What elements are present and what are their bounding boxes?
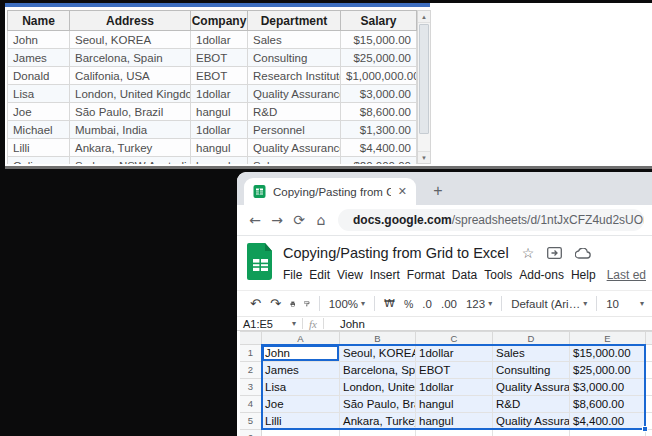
- cell-f2[interactable]: [646, 362, 652, 379]
- star-icon[interactable]: ☆: [522, 246, 535, 260]
- cell-c5[interactable]: hangul: [416, 413, 493, 430]
- back-icon[interactable]: ←: [245, 212, 265, 228]
- browser-tab[interactable]: Copying/Pasting from Grid to Excel ✕: [244, 178, 416, 205]
- cell-b2[interactable]: Barcelona, Spain: [340, 362, 416, 379]
- row-header-3[interactable]: 3: [240, 379, 262, 396]
- column-header-c[interactable]: C: [416, 331, 493, 345]
- paint-format-icon[interactable]: [304, 298, 309, 310]
- grid-col-header-department[interactable]: Department: [248, 11, 341, 31]
- percent-format-button[interactable]: %: [404, 298, 413, 310]
- cell-e3[interactable]: $3,000.00: [570, 379, 646, 396]
- move-to-folder-icon[interactable]: [547, 247, 562, 259]
- column-header-f[interactable]: [646, 331, 652, 345]
- select-all-corner[interactable]: [240, 331, 262, 345]
- more-formats-button[interactable]: 123▾: [466, 298, 492, 310]
- row-header-1[interactable]: 1: [240, 345, 262, 362]
- row-header-4[interactable]: 4: [240, 396, 262, 413]
- scroll-up-icon[interactable]: ▲: [418, 11, 430, 23]
- table-row[interactable]: Michael Mumbai, India 1dollar Personnel …: [8, 121, 417, 139]
- menu-tools[interactable]: Tools: [484, 268, 512, 282]
- font-family-select[interactable]: Default (Ari…▾: [511, 298, 587, 310]
- cell-b5[interactable]: Ankara, Turkey: [340, 413, 416, 430]
- cell-f6[interactable]: [646, 430, 652, 436]
- cell-b6[interactable]: [340, 430, 416, 436]
- cell-c6[interactable]: [416, 430, 493, 436]
- cell-d6[interactable]: [493, 430, 570, 436]
- cell-c4[interactable]: hangul: [416, 396, 493, 413]
- table-row[interactable]: Donald Califonia, USA EBOT Research Inst…: [8, 67, 417, 85]
- menu-add-ons[interactable]: Add-ons: [519, 268, 564, 282]
- cell-a1[interactable]: John: [262, 345, 340, 362]
- scroll-down-icon[interactable]: ▼: [418, 151, 430, 163]
- cell-d4[interactable]: R&D: [493, 396, 570, 413]
- grid-col-header-company[interactable]: Company: [191, 11, 248, 31]
- reload-icon[interactable]: ⟳: [289, 212, 309, 228]
- cell-c2[interactable]: EBOT: [416, 362, 493, 379]
- cell-b1[interactable]: Seoul, KOREA: [340, 345, 416, 362]
- name-box[interactable]: A1:E5: [237, 318, 289, 330]
- grid-col-header-salary[interactable]: Salary: [341, 11, 417, 31]
- increase-decimal-button[interactable]: .00: [441, 298, 457, 310]
- chevron-down-icon[interactable]: ▾: [292, 319, 296, 328]
- table-row[interactable]: Lisa London, United Kingdom 1dollar Qual…: [8, 85, 417, 103]
- cell-b3[interactable]: London, United Kingdom: [340, 379, 416, 396]
- menu-file[interactable]: File: [283, 268, 302, 282]
- cell-f1[interactable]: [646, 345, 652, 362]
- cloud-status-icon[interactable]: [575, 248, 591, 259]
- cell-d1[interactable]: Sales: [493, 345, 570, 362]
- print-icon[interactable]: [290, 298, 296, 310]
- tab-close-icon[interactable]: ✕: [398, 185, 407, 198]
- table-row[interactable]: Lilli Ankara, Turkey hangul Quality Assu…: [8, 139, 417, 157]
- cell-a4[interactable]: Joe: [262, 396, 340, 413]
- cell-d2[interactable]: Consulting: [493, 362, 570, 379]
- menu-format[interactable]: Format: [407, 268, 445, 282]
- column-header-a[interactable]: A: [262, 331, 340, 345]
- cell-e2[interactable]: $25,000.00: [570, 362, 646, 379]
- menu-edit[interactable]: Edit: [309, 268, 330, 282]
- grid-col-header-name[interactable]: Name: [8, 11, 70, 31]
- cell-a3[interactable]: Lisa: [262, 379, 340, 396]
- cell-a5[interactable]: Lilli: [262, 413, 340, 430]
- address-bar[interactable]: docs.google.com/spreadsheets/d/1ntJxCFZ4…: [338, 209, 644, 231]
- menu-help[interactable]: Help: [571, 268, 596, 282]
- font-size-select[interactable]: 10: [606, 298, 619, 310]
- cell-f3[interactable]: [646, 379, 652, 396]
- column-header-d[interactable]: D: [493, 331, 570, 345]
- cell-c3[interactable]: 1dollar: [416, 379, 493, 396]
- menu-data[interactable]: Data: [452, 268, 477, 282]
- column-header-e[interactable]: E: [570, 331, 646, 345]
- new-tab-icon[interactable]: +: [429, 182, 447, 200]
- chevron-down-icon[interactable]: ▾: [640, 299, 644, 308]
- cell-f5[interactable]: [646, 413, 652, 430]
- grid-col-header-address[interactable]: Address: [70, 11, 191, 31]
- currency-format-button[interactable]: ₩: [384, 297, 395, 310]
- cell-b4[interactable]: São Paulo, Brazil: [340, 396, 416, 413]
- cell-c1[interactable]: 1dollar: [416, 345, 493, 362]
- undo-icon[interactable]: ↶: [250, 296, 261, 311]
- menu-insert[interactable]: Insert: [370, 268, 400, 282]
- row-header-2[interactable]: 2: [240, 362, 262, 379]
- cell-f4[interactable]: [646, 396, 652, 413]
- cell-d3[interactable]: Quality Assurance: [493, 379, 570, 396]
- cell-e5[interactable]: $4,400.00: [570, 413, 646, 430]
- scrollbar-thumb[interactable]: [419, 24, 429, 134]
- zoom-select[interactable]: 100%▾: [329, 298, 365, 310]
- cell-e6[interactable]: [570, 430, 646, 436]
- last-edit-link[interactable]: Last ed: [607, 268, 646, 282]
- menu-view[interactable]: View: [337, 268, 363, 282]
- cell-e4[interactable]: $8,600.00: [570, 396, 646, 413]
- column-header-b[interactable]: B: [340, 331, 416, 345]
- forward-icon[interactable]: →: [267, 212, 287, 228]
- cell-d5[interactable]: Quality Assurance: [493, 413, 570, 430]
- cell-e1[interactable]: $15,000.00: [570, 345, 646, 362]
- row-header-6[interactable]: 6: [240, 430, 262, 436]
- decrease-decimal-button[interactable]: .0: [422, 298, 432, 310]
- row-header-5[interactable]: 5: [240, 413, 262, 430]
- formula-input[interactable]: John: [340, 318, 365, 330]
- table-row-clipped[interactable]: Celine Sydney, NSW Australia hangul Sale…: [8, 157, 417, 165]
- table-row[interactable]: Joe São Paulo, Brazil hangul R&D $8,600.…: [8, 103, 417, 121]
- vertical-scrollbar[interactable]: ▲ ▼: [417, 10, 431, 164]
- table-row[interactable]: James Barcelona, Spain EBOT Consulting $…: [8, 49, 417, 67]
- redo-icon[interactable]: ↷: [270, 296, 281, 311]
- cell-a6[interactable]: [262, 430, 340, 436]
